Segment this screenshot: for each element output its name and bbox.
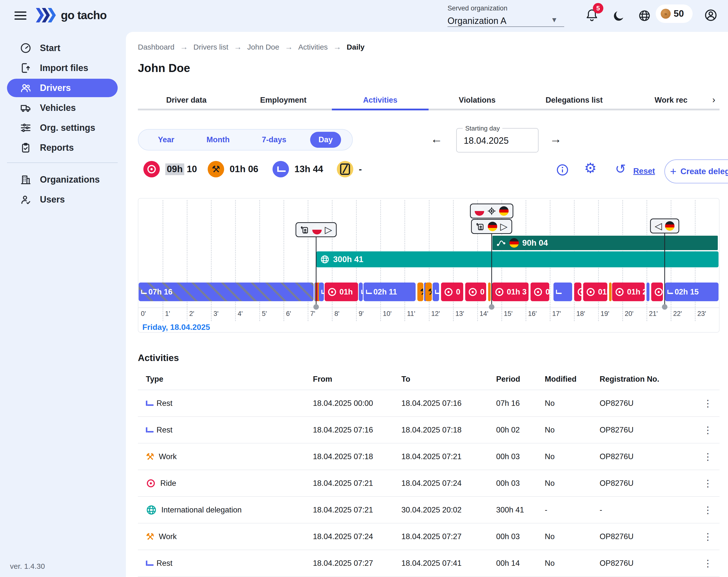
row-menu-kebab-icon[interactable]: ⋮ (703, 398, 720, 409)
sidebar-item-import-files[interactable]: Import files (7, 59, 118, 77)
next-day-arrow-icon[interactable]: → (550, 132, 562, 146)
timeline-segment-work[interactable] (609, 282, 612, 301)
row-menu-kebab-icon[interactable]: ⋮ (703, 424, 720, 436)
reset-button[interactable]: Reset (633, 166, 655, 176)
chart-date-link[interactable]: Friday, 18.04.2025 (142, 323, 210, 332)
sidebar-item-reports[interactable]: Reports (7, 139, 118, 157)
work-total: 01h 06 (230, 164, 258, 174)
cell-type: Rest (146, 399, 313, 408)
language-globe-icon[interactable] (638, 9, 651, 22)
served-organization-select[interactable]: Served organization Organization A ▼ (447, 4, 564, 26)
timeline-marker-badge[interactable] (470, 203, 513, 219)
timeline-segment-ride[interactable]: 0 (465, 282, 486, 301)
timeline-segment-ride[interactable]: 01h 3 (492, 282, 528, 301)
timeline-segment-work[interactable]: ⚒ (417, 282, 423, 301)
range-option-year[interactable]: Year (150, 132, 183, 148)
sidebar-item-org-settings[interactable]: Org. settings (7, 118, 118, 137)
cell-modified: No (545, 559, 600, 568)
timeline-segment-work[interactable]: ⚒ (425, 282, 432, 301)
timeline-segment-rest[interactable] (553, 282, 572, 301)
hamburger-menu-icon[interactable] (15, 11, 26, 21)
timeline-segment-ride[interactable] (651, 282, 663, 301)
range-toggle-group: YearMonth7-daysDay (138, 129, 353, 150)
info-icon[interactable] (556, 163, 569, 176)
ride-icon (586, 287, 596, 297)
ride-icon (615, 287, 625, 297)
breadcrumb-link[interactable]: Drivers list (193, 43, 228, 51)
tab-violations[interactable]: Violations (428, 91, 525, 111)
timeline-segment-rest[interactable] (359, 282, 363, 301)
timeline-segment-work[interactable] (488, 282, 491, 301)
delegation-bar[interactable]: 300h 41 (316, 251, 719, 267)
segment-label: 01h (598, 287, 607, 297)
timeline-segment-ride[interactable]: 01h (583, 282, 607, 301)
timeline-segment-ride[interactable]: 01h (324, 282, 358, 301)
marker-dot[interactable] (489, 304, 494, 310)
timeline-marker-badge[interactable]: ▷ (471, 219, 512, 234)
row-menu-kebab-icon[interactable]: ⋮ (703, 504, 720, 516)
timeline-segment-rest[interactable] (647, 282, 650, 301)
timeline-segment-rest[interactable]: 02h 15 (665, 282, 719, 301)
axis-tick-label: 12' (431, 310, 440, 318)
timeline-marker-badge[interactable]: ◁ (650, 219, 679, 233)
cell-registration: OP8276U (600, 399, 696, 408)
sidebar-item-start[interactable]: Start (7, 39, 118, 57)
app-version: ver. 1.4.30 (10, 562, 45, 571)
axis-tick-label: 19' (601, 310, 609, 318)
row-menu-kebab-icon[interactable]: ⋮ (703, 558, 720, 569)
tab-work-rec[interactable]: Work rec (623, 91, 720, 111)
axis-tick-label: 17' (552, 310, 561, 318)
tab-employment[interactable]: Employment (235, 91, 332, 111)
timeline-segment-ride[interactable] (574, 282, 581, 301)
ride-icon (327, 287, 337, 297)
breadcrumb-link[interactable]: Dashboard (138, 43, 175, 51)
breadcrumb-link[interactable]: John Doe (247, 43, 279, 51)
tab-driver-data[interactable]: Driver data (138, 91, 235, 111)
timeline-segment-rest[interactable]: 07h 16 (139, 282, 314, 301)
segment-label: 01h 3 (507, 287, 526, 297)
credits-balance[interactable]: » 50 (656, 4, 693, 23)
timeline-segment-rest[interactable] (319, 282, 324, 301)
reset-icon[interactable]: ↺ (615, 161, 626, 176)
axis-tick-label: 13' (456, 310, 464, 318)
marker-stem (664, 232, 665, 307)
row-menu-kebab-icon[interactable]: ⋮ (703, 478, 720, 489)
starting-day-field[interactable]: Starting day 18.04.2025 (456, 128, 539, 153)
range-option-day[interactable]: Day (310, 132, 341, 148)
rest-icon (668, 290, 672, 294)
sidebar-item-users[interactable]: Users (7, 190, 118, 209)
axis-tick-label: 2' (189, 310, 194, 318)
rest-icon (141, 290, 146, 294)
marker-dot[interactable] (662, 304, 668, 310)
globe-icon (146, 504, 157, 516)
previous-day-arrow-icon[interactable]: ← (431, 132, 443, 146)
tabs-overflow-chevron-icon[interactable]: › (712, 95, 715, 105)
sidebar-item-drivers[interactable]: Drivers (7, 79, 118, 97)
cell-type: International delegation (146, 504, 313, 516)
axis-tick-label: 21' (649, 310, 658, 318)
row-menu-kebab-icon[interactable]: ⋮ (703, 531, 720, 542)
timeline-segment-ride[interactable]: 01h 2 (612, 282, 645, 301)
timeline-segment-ride[interactable]: 0 (441, 282, 463, 301)
range-option-7-days[interactable]: 7-days (253, 132, 295, 148)
gear-icon[interactable]: ⚙ (584, 160, 597, 176)
tab-activities[interactable]: Activities (332, 91, 429, 111)
sidebar-item-label: Organizations (40, 174, 100, 185)
country-bar[interactable]: 90h 04 (492, 235, 719, 251)
sidebar-item-vehicles[interactable]: Vehicles (7, 99, 118, 117)
tab-delegations-list[interactable]: Delegations list (525, 91, 623, 111)
dark-mode-moon-icon[interactable] (613, 9, 625, 22)
timeline-segment-rest[interactable]: 02h 11 (364, 282, 416, 301)
cell-to: 18.04.2025 07:27 (401, 532, 496, 541)
row-menu-kebab-icon[interactable]: ⋮ (703, 451, 720, 462)
account-avatar-icon[interactable] (704, 8, 718, 22)
timeline-marker-badge[interactable]: ▷ (296, 222, 337, 237)
range-option-month[interactable]: Month (198, 132, 238, 148)
table-row: Ride 18.04.2025 07:21 18.04.2025 07:24 0… (138, 470, 720, 497)
timeline-segment-rest[interactable] (433, 282, 439, 301)
sidebar-item-organizations[interactable]: Organizations (7, 170, 118, 189)
timeline-segment-ride[interactable]: 0 (530, 282, 549, 301)
marker-dot[interactable] (313, 304, 319, 310)
create-delegations-button[interactable]: + Create delegations (665, 160, 728, 183)
breadcrumb-link[interactable]: Activities (298, 43, 328, 51)
